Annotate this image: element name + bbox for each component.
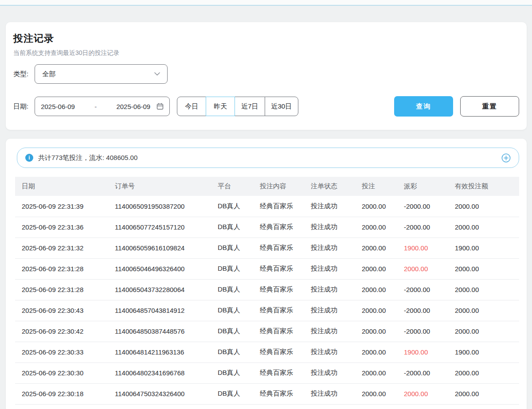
cell-order: 1140065043732280064 [108,279,211,300]
cell-date: 2025-06-09 22:30:33 [15,342,108,362]
cell-date: 2025-06-09 22:31:39 [15,196,108,217]
type-filter-row: 类型: 全部 [13,64,519,84]
cell-date: 2025-06-09 22:31:36 [15,217,108,238]
plus-circle-icon[interactable] [501,153,511,163]
date-end-value: 2025-06-09 [116,103,150,110]
cell-order: 1140065046496326400 [108,258,211,279]
cell-order: 1140065091950387200 [108,196,211,217]
cell-platform: DB真人 [211,196,253,217]
cell-platform: DB真人 [211,342,253,362]
date-separator: - [75,103,117,110]
date-filter-row: 日期: 2025-06-09 - 2025-06-09 今日 昨天 近7日 近3… [13,96,519,117]
cell-bet: 2000.00 [355,362,397,383]
top-accent-line [0,5,532,6]
cell-payout: 1900.00 [397,342,448,362]
table-row: 2025-06-09 22:31:36 1140065077245157120 … [15,217,519,238]
col-payout: 派彩 [397,177,448,196]
action-buttons: 查询 重置 [394,96,519,117]
cell-bet: 2000.00 [355,217,397,238]
cell-content: 经典百家乐 [253,196,304,217]
cell-content: 经典百家乐 [253,383,304,404]
cell-status: 投注成功 [304,321,355,342]
cell-valid: 2000.00 [448,217,519,238]
quick-range-group: 今日 昨天 近7日 近30日 [177,97,298,116]
cell-content: 经典百家乐 [253,321,304,342]
cell-order: 1140064814211963136 [108,342,211,362]
col-valid: 有效投注额 [448,177,519,196]
date-label: 日期: [13,102,28,111]
cell-status: 投注成功 [304,279,355,300]
cell-platform: DB真人 [211,321,253,342]
table-row: 2025-06-09 22:30:30 1140064802341696768 … [15,362,519,383]
records-panel: i 共计773笔投注，流水: 408605.00 日期 订单号 平台 投注内容 … [6,139,527,409]
cell-platform: DB真人 [211,300,253,321]
filter-panel: 投注记录 当前系统支持查询最近30日的投注记录 类型: 全部 日期: 2025-… [6,22,527,130]
cell-order: 1140064850387448576 [108,321,211,342]
table-row: 2025-06-09 22:30:33 1140064814211963136 … [15,342,519,362]
cell-valid: 2000.00 [448,362,519,383]
table-row: 2025-06-09 22:31:32 1140065059616109824 … [15,238,519,258]
cell-payout: -2000.00 [397,300,448,321]
cell-order: 1140065077245157120 [108,217,211,238]
cell-content: 经典百家乐 [253,238,304,258]
cell-payout: 1900.00 [397,238,448,258]
cell-date: 2025-06-09 22:31:28 [15,258,108,279]
page-subtitle: 当前系统支持查询最近30日的投注记录 [13,49,519,57]
quick-range-today[interactable]: 今日 [177,97,206,116]
cell-valid: 2000.00 [448,383,519,404]
cell-platform: DB真人 [211,238,253,258]
cell-platform: DB真人 [211,258,253,279]
date-start-value: 2025-06-09 [41,103,75,110]
table-row: 2025-06-09 22:31:28 1140065043732280064 … [15,279,519,300]
query-button[interactable]: 查询 [394,96,453,117]
cell-status: 投注成功 [304,342,355,362]
summary-text: 共计773笔投注，流水: 408605.00 [38,154,137,162]
cell-status: 投注成功 [304,196,355,217]
table-body: 2025-06-09 22:31:39 1140065091950387200 … [15,196,519,404]
cell-payout: -2000.00 [397,321,448,342]
table-row: 2025-06-09 22:30:18 1140064750324326400 … [15,383,519,404]
chevron-down-icon [154,72,160,76]
col-order: 订单号 [108,177,211,196]
cell-payout: -2000.00 [397,279,448,300]
cell-status: 投注成功 [304,362,355,383]
col-bet: 投注 [355,177,397,196]
col-content: 投注内容 [253,177,304,196]
date-range-input[interactable]: 2025-06-09 - 2025-06-09 [35,97,170,116]
records-table: 日期 订单号 平台 投注内容 注单状态 投注 派彩 有效投注额 2025-06-… [15,177,519,405]
quick-range-30days[interactable]: 近30日 [265,97,299,116]
quick-range-yesterday[interactable]: 昨天 [206,97,235,116]
cell-date: 2025-06-09 22:31:28 [15,279,108,300]
cell-date: 2025-06-09 22:30:18 [15,383,108,404]
cell-content: 经典百家乐 [253,342,304,362]
type-label: 类型: [13,70,28,78]
cell-status: 投注成功 [304,238,355,258]
cell-date: 2025-06-09 22:30:30 [15,362,108,383]
cell-platform: DB真人 [211,362,253,383]
cell-bet: 2000.00 [355,321,397,342]
type-select-value: 全部 [42,70,55,78]
table-header: 日期 订单号 平台 投注内容 注单状态 投注 派彩 有效投注额 [15,177,519,196]
cell-content: 经典百家乐 [253,362,304,383]
reset-button[interactable]: 重置 [460,96,519,117]
cell-platform: DB真人 [211,279,253,300]
table-row: 2025-06-09 22:31:28 1140065046496326400 … [15,258,519,279]
cell-bet: 2000.00 [355,258,397,279]
cell-bet: 2000.00 [355,279,397,300]
table-row: 2025-06-09 22:30:42 1140064850387448576 … [15,321,519,342]
cell-status: 投注成功 [304,258,355,279]
cell-bet: 2000.00 [355,300,397,321]
cell-bet: 2000.00 [355,238,397,258]
col-platform: 平台 [211,177,253,196]
cell-platform: DB真人 [211,217,253,238]
cell-content: 经典百家乐 [253,300,304,321]
cell-valid: 1900.00 [448,342,519,362]
quick-range-7days[interactable]: 近7日 [235,97,265,116]
cell-platform: DB真人 [211,383,253,404]
cell-payout: -2000.00 [397,196,448,217]
cell-content: 经典百家乐 [253,217,304,238]
type-select[interactable]: 全部 [35,64,168,84]
page-title: 投注记录 [13,32,519,45]
cell-payout: 2000.00 [397,383,448,404]
cell-bet: 2000.00 [355,383,397,404]
